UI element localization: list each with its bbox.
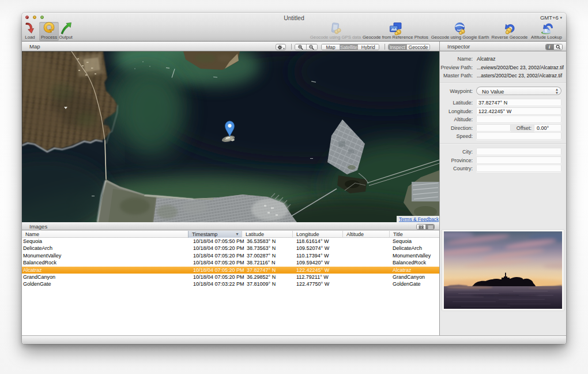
svg-text:Terms & Feedback: Terms & Feedback <box>399 216 439 222</box>
